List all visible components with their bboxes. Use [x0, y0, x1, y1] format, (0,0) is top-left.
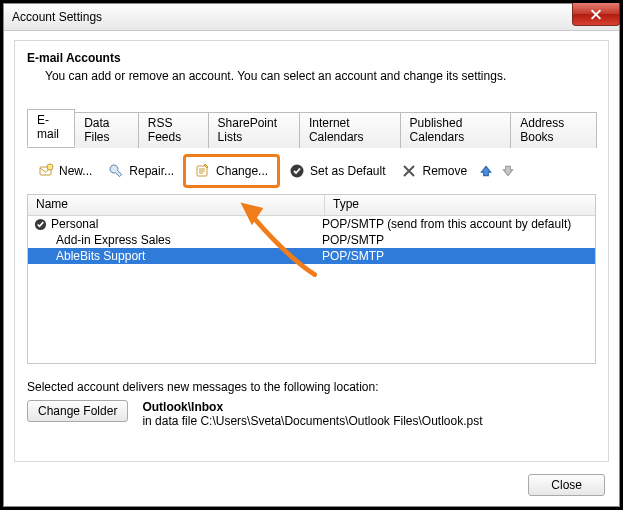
set-default-label: Set as Default	[310, 164, 385, 178]
accounts-list[interactable]: Name Type PersonalPOP/SMTP (send from th…	[27, 194, 596, 364]
tab-rss-feeds[interactable]: RSS Feeds	[138, 112, 209, 148]
tab-address-books[interactable]: Address Books	[510, 112, 597, 148]
account-name: Add-in Express Sales	[56, 233, 171, 247]
dialog-body: E-mail Accounts You can add or remove an…	[14, 40, 609, 462]
remove-icon	[401, 163, 417, 179]
delivery-location-text: Outlook\Inbox in data file C:\Users\Svet…	[142, 400, 482, 428]
tab-sharepoint-lists[interactable]: SharePoint Lists	[208, 112, 300, 148]
tab-email[interactable]: E-mail	[27, 109, 75, 147]
col-type[interactable]: Type	[325, 195, 595, 215]
remove-button[interactable]: Remove	[394, 159, 474, 183]
section-subtext: You can add or remove an account. You ca…	[45, 69, 596, 83]
account-type: POP/SMTP	[318, 249, 595, 263]
delivery-location-label: Selected account delivers new messages t…	[27, 380, 596, 394]
tab-published-calendars[interactable]: Published Calendars	[400, 112, 512, 148]
table-row[interactable]: Add-in Express SalesPOP/SMTP	[28, 232, 595, 248]
titlebar: Account Settings	[4, 4, 619, 31]
section-heading: E-mail Accounts	[27, 51, 596, 65]
close-icon	[590, 9, 602, 20]
move-down-button[interactable]	[498, 160, 518, 182]
tab-data-files[interactable]: Data Files	[74, 112, 139, 148]
arrow-up-icon	[479, 164, 493, 178]
change-highlight: Change...	[183, 154, 280, 188]
change-label: Change...	[216, 164, 268, 178]
arrow-down-icon	[501, 164, 515, 178]
svg-point-1	[47, 164, 53, 170]
repair-label: Repair...	[129, 164, 174, 178]
delivery-folder: Outlook\Inbox	[142, 400, 223, 414]
account-type: POP/SMTP	[318, 233, 595, 247]
change-folder-button[interactable]: Change Folder	[27, 400, 128, 422]
account-name: Personal	[51, 217, 98, 231]
delivery-datafile: in data file C:\Users\Sveta\Documents\Ou…	[142, 414, 482, 428]
window-title: Account Settings	[12, 10, 102, 24]
new-button[interactable]: New...	[31, 159, 99, 183]
window-close-button[interactable]	[572, 3, 620, 26]
dialog-buttons: Close	[528, 474, 605, 496]
new-label: New...	[59, 164, 92, 178]
close-button[interactable]: Close	[528, 474, 605, 496]
set-default-button[interactable]: Set as Default	[282, 159, 392, 183]
remove-label: Remove	[422, 164, 467, 178]
default-check-icon	[34, 218, 47, 231]
col-name[interactable]: Name	[28, 195, 325, 215]
tab-strip: E-mail Data Files RSS Feeds SharePoint L…	[27, 109, 596, 148]
table-row[interactable]: PersonalPOP/SMTP (send from this account…	[28, 216, 595, 232]
new-icon	[38, 163, 54, 179]
account-type: POP/SMTP (send from this account by defa…	[318, 217, 595, 231]
tab-internet-calendars[interactable]: Internet Calendars	[299, 112, 401, 148]
change-icon	[195, 163, 211, 179]
check-circle-icon	[289, 163, 305, 179]
account-name: AbleBits Support	[56, 249, 145, 263]
list-header: Name Type	[28, 195, 595, 216]
change-button[interactable]: Change...	[188, 159, 275, 183]
account-settings-window: Account Settings E-mail Accounts You can…	[3, 3, 620, 507]
repair-icon	[108, 163, 124, 179]
table-row[interactable]: AbleBits SupportPOP/SMTP	[28, 248, 595, 264]
toolbar: New... Repair... Change... Set as Defaul…	[27, 148, 596, 194]
repair-button[interactable]: Repair...	[101, 159, 181, 183]
move-up-button[interactable]	[476, 160, 496, 182]
